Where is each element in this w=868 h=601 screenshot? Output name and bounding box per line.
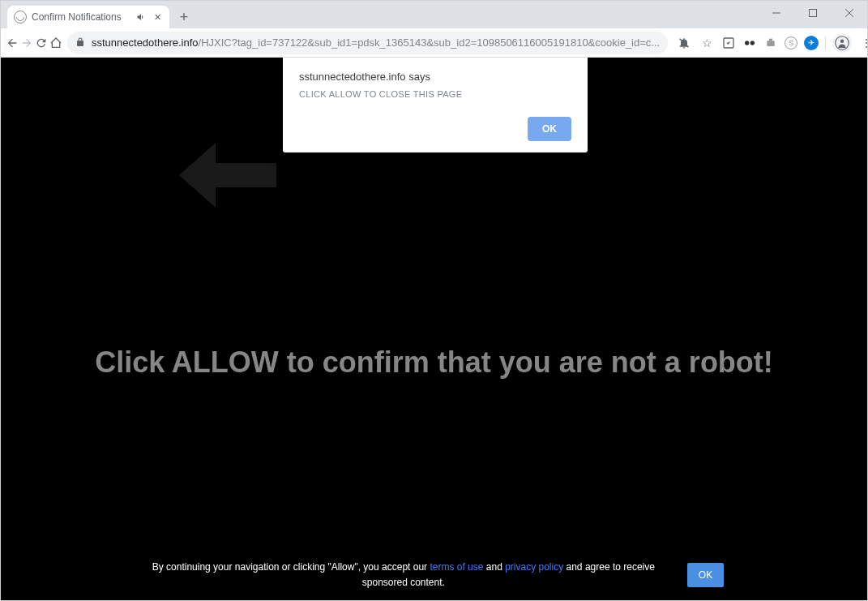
terms-link[interactable]: terms of use <box>430 561 483 573</box>
arrow-pointer-graphic <box>179 135 276 219</box>
browser-toolbar: sstunnectedothere.info/HJXIC?tag_id=7371… <box>1 28 867 58</box>
svg-point-7 <box>750 41 755 45</box>
extension-icon-2[interactable] <box>742 36 757 50</box>
alert-message: CLICK ALLOW TO CLOSE THIS PAGE <box>299 89 571 99</box>
footer-ok-button[interactable]: OK <box>687 563 724 587</box>
maximize-button[interactable] <box>794 1 831 25</box>
svg-rect-1 <box>809 10 816 17</box>
toolbar-icons: ☆ S ✈ ⋮ <box>673 33 868 53</box>
privacy-link[interactable]: privacy policy <box>505 561 563 573</box>
home-button[interactable] <box>49 32 62 54</box>
consent-footer: By continuing your navigation or clickin… <box>1 548 867 601</box>
close-window-button[interactable] <box>831 1 867 25</box>
tab-title: Confirm Notifications <box>32 11 130 23</box>
lock-icon <box>75 37 85 49</box>
browser-titlebar: Confirm Notifications ✕ + <box>1 1 867 28</box>
notification-blocked-icon[interactable] <box>676 35 692 51</box>
page-content: Click ALLOW to confirm that you are not … <box>1 58 867 601</box>
browser-tab[interactable]: Confirm Notifications ✕ <box>7 6 169 28</box>
js-alert-dialog: sstunnectedothere.info says CLICK ALLOW … <box>283 58 588 152</box>
reload-button[interactable] <box>35 32 48 54</box>
toolbar-divider <box>825 36 826 49</box>
mute-icon[interactable] <box>135 11 147 23</box>
extension-icon-5[interactable]: ✈ <box>804 36 819 50</box>
close-tab-icon[interactable]: ✕ <box>152 11 163 23</box>
svg-rect-8 <box>767 41 774 46</box>
alert-ok-button[interactable]: OK <box>528 117 571 141</box>
extension-icon-3[interactable] <box>763 36 778 50</box>
svg-point-11 <box>840 39 844 43</box>
window-controls <box>758 1 867 25</box>
new-tab-button[interactable]: + <box>173 6 195 28</box>
profile-avatar-icon[interactable] <box>832 33 852 53</box>
back-button[interactable] <box>6 32 19 54</box>
bookmark-star-icon[interactable]: ☆ <box>699 35 715 51</box>
forward-button[interactable] <box>20 32 33 54</box>
address-bar[interactable]: sstunnectedothere.info/HJXIC?tag_id=7371… <box>67 32 668 54</box>
minimize-button[interactable] <box>758 1 794 25</box>
menu-icon[interactable]: ⋮ <box>858 35 868 51</box>
alert-actions: OK <box>299 117 571 141</box>
globe-icon <box>14 11 27 24</box>
svg-rect-9 <box>769 38 772 41</box>
extension-icon-4[interactable]: S <box>785 36 797 49</box>
extension-icon-1[interactable] <box>721 36 736 50</box>
headline-text: Click ALLOW to confirm that you are not … <box>1 346 867 380</box>
footer-text: By continuing your navigation or clickin… <box>144 560 663 590</box>
url-text: sstunnectedothere.info/HJXIC?tag_id=7371… <box>92 36 660 49</box>
alert-title: sstunnectedothere.info says <box>299 71 571 83</box>
svg-point-6 <box>745 41 749 45</box>
